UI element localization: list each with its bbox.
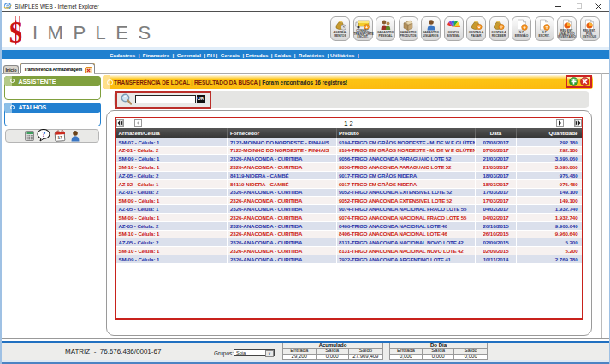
svg-text:?: ? — [42, 130, 45, 138]
svg-text:17: 17 — [57, 134, 62, 139]
